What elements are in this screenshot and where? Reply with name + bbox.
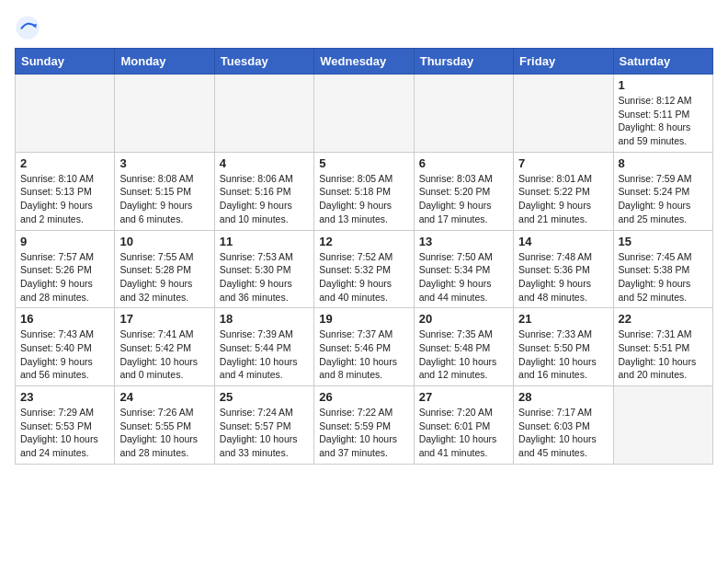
weekday-header-row: SundayMondayTuesdayWednesdayThursdayFrid… [16, 49, 713, 75]
day-info: Sunrise: 8:01 AM Sunset: 5:22 PM Dayligh… [518, 172, 608, 226]
day-number: 22 [619, 312, 708, 326]
calendar-cell: 13Sunrise: 7:50 AM Sunset: 5:34 PM Dayli… [414, 230, 513, 308]
day-number: 6 [419, 156, 508, 170]
day-number: 26 [319, 390, 408, 404]
day-info: Sunrise: 7:59 AM Sunset: 5:24 PM Dayligh… [619, 172, 708, 226]
calendar-cell: 4Sunrise: 8:06 AM Sunset: 5:16 PM Daylig… [214, 152, 313, 230]
day-info: Sunrise: 7:33 AM Sunset: 5:50 PM Dayligh… [518, 327, 608, 382]
day-number: 12 [319, 235, 408, 248]
day-number: 4 [220, 156, 309, 170]
day-info: Sunrise: 7:35 AM Sunset: 5:48 PM Dayligh… [419, 327, 508, 382]
calendar-cell: 22Sunrise: 7:31 AM Sunset: 5:51 PM Dayli… [613, 308, 712, 386]
day-number: 7 [518, 156, 608, 170]
calendar-cell: 16Sunrise: 7:43 AM Sunset: 5:40 PM Dayli… [16, 308, 115, 386]
day-number: 1 [619, 78, 708, 92]
calendar-cell: 14Sunrise: 7:48 AM Sunset: 5:36 PM Dayli… [514, 230, 613, 308]
day-info: Sunrise: 7:55 AM Sunset: 5:28 PM Dayligh… [119, 250, 209, 304]
calendar-cell: 21Sunrise: 7:33 AM Sunset: 5:50 PM Dayli… [514, 308, 613, 386]
day-number: 17 [119, 312, 209, 326]
day-number: 21 [518, 312, 608, 326]
day-info: Sunrise: 8:08 AM Sunset: 5:15 PM Dayligh… [119, 172, 209, 226]
calendar-cell [314, 75, 414, 153]
calendar-cell: 7Sunrise: 8:01 AM Sunset: 5:22 PM Daylig… [514, 152, 613, 230]
calendar-week-row: 23Sunrise: 7:29 AM Sunset: 5:53 PM Dayli… [16, 386, 713, 465]
day-number: 24 [119, 390, 209, 404]
day-info: Sunrise: 7:22 AM Sunset: 5:59 PM Dayligh… [319, 406, 408, 460]
calendar-cell: 6Sunrise: 8:03 AM Sunset: 5:20 PM Daylig… [414, 152, 513, 230]
day-info: Sunrise: 8:12 AM Sunset: 5:11 PM Dayligh… [619, 94, 708, 148]
calendar-cell: 12Sunrise: 7:52 AM Sunset: 5:32 PM Dayli… [314, 230, 414, 308]
weekday-header: Monday [115, 49, 214, 75]
day-number: 18 [220, 312, 309, 326]
calendar-cell: 23Sunrise: 7:29 AM Sunset: 5:53 PM Dayli… [16, 386, 115, 465]
calendar-cell: 17Sunrise: 7:41 AM Sunset: 5:42 PM Dayli… [115, 308, 214, 386]
calendar-cell: 1Sunrise: 8:12 AM Sunset: 5:11 PM Daylig… [613, 75, 712, 153]
day-info: Sunrise: 7:24 AM Sunset: 5:57 PM Dayligh… [220, 406, 309, 460]
day-info: Sunrise: 7:41 AM Sunset: 5:42 PM Dayligh… [119, 327, 209, 382]
day-number: 2 [20, 156, 109, 170]
day-number: 19 [319, 312, 408, 326]
calendar-cell: 24Sunrise: 7:26 AM Sunset: 5:55 PM Dayli… [115, 386, 214, 465]
calendar-week-row: 1Sunrise: 8:12 AM Sunset: 5:11 PM Daylig… [16, 75, 713, 153]
calendar-cell: 26Sunrise: 7:22 AM Sunset: 5:59 PM Dayli… [314, 386, 414, 465]
day-number: 11 [220, 235, 309, 248]
day-info: Sunrise: 7:50 AM Sunset: 5:34 PM Dayligh… [419, 250, 508, 304]
calendar-cell: 5Sunrise: 8:05 AM Sunset: 5:18 PM Daylig… [314, 152, 414, 230]
weekday-header: Sunday [16, 49, 115, 75]
calendar-cell: 19Sunrise: 7:37 AM Sunset: 5:46 PM Dayli… [314, 308, 414, 386]
calendar: SundayMondayTuesdayWednesdayThursdayFrid… [15, 48, 713, 465]
calendar-cell: 18Sunrise: 7:39 AM Sunset: 5:44 PM Dayli… [214, 308, 313, 386]
day-number: 14 [518, 235, 608, 248]
weekday-header: Tuesday [214, 49, 313, 75]
day-number: 15 [619, 235, 708, 248]
calendar-cell: 2Sunrise: 8:10 AM Sunset: 5:13 PM Daylig… [16, 152, 115, 230]
day-info: Sunrise: 7:48 AM Sunset: 5:36 PM Dayligh… [518, 250, 608, 304]
calendar-week-row: 16Sunrise: 7:43 AM Sunset: 5:40 PM Dayli… [16, 308, 713, 386]
calendar-cell: 27Sunrise: 7:20 AM Sunset: 6:01 PM Dayli… [414, 386, 513, 465]
calendar-cell [16, 75, 115, 153]
day-number: 10 [119, 235, 209, 248]
day-number: 5 [319, 156, 408, 170]
day-number: 3 [119, 156, 209, 170]
day-number: 9 [20, 235, 109, 248]
calendar-cell: 15Sunrise: 7:45 AM Sunset: 5:38 PM Dayli… [613, 230, 712, 308]
day-number: 27 [419, 390, 508, 404]
day-info: Sunrise: 8:10 AM Sunset: 5:13 PM Dayligh… [20, 172, 109, 226]
weekday-header: Friday [514, 49, 613, 75]
calendar-cell: 20Sunrise: 7:35 AM Sunset: 5:48 PM Dayli… [414, 308, 513, 386]
weekday-header: Wednesday [314, 49, 414, 75]
day-info: Sunrise: 8:05 AM Sunset: 5:18 PM Dayligh… [319, 172, 408, 226]
day-number: 8 [619, 156, 708, 170]
weekday-header: Thursday [414, 49, 513, 75]
calendar-cell: 8Sunrise: 7:59 AM Sunset: 5:24 PM Daylig… [613, 152, 712, 230]
day-info: Sunrise: 7:31 AM Sunset: 5:51 PM Dayligh… [619, 327, 708, 382]
day-info: Sunrise: 8:06 AM Sunset: 5:16 PM Dayligh… [220, 172, 309, 226]
calendar-cell: 3Sunrise: 8:08 AM Sunset: 5:15 PM Daylig… [115, 152, 214, 230]
day-info: Sunrise: 7:45 AM Sunset: 5:38 PM Dayligh… [619, 250, 708, 304]
day-number: 20 [419, 312, 508, 326]
day-info: Sunrise: 7:52 AM Sunset: 5:32 PM Dayligh… [319, 250, 408, 304]
calendar-cell [115, 75, 214, 153]
calendar-cell [414, 75, 513, 153]
day-info: Sunrise: 7:43 AM Sunset: 5:40 PM Dayligh… [20, 327, 109, 382]
day-info: Sunrise: 7:29 AM Sunset: 5:53 PM Dayligh… [20, 406, 109, 460]
calendar-cell: 11Sunrise: 7:53 AM Sunset: 5:30 PM Dayli… [214, 230, 313, 308]
page-header [15, 15, 713, 40]
calendar-cell: 28Sunrise: 7:17 AM Sunset: 6:03 PM Dayli… [514, 386, 613, 465]
logo-icon [15, 15, 40, 40]
day-number: 25 [220, 390, 309, 404]
day-info: Sunrise: 7:39 AM Sunset: 5:44 PM Dayligh… [220, 327, 309, 382]
calendar-cell [214, 75, 313, 153]
day-info: Sunrise: 7:17 AM Sunset: 6:03 PM Dayligh… [518, 406, 608, 460]
calendar-cell [613, 386, 712, 465]
day-info: Sunrise: 7:37 AM Sunset: 5:46 PM Dayligh… [319, 327, 408, 382]
day-number: 23 [20, 390, 109, 404]
day-info: Sunrise: 7:26 AM Sunset: 5:55 PM Dayligh… [119, 406, 209, 460]
weekday-header: Saturday [613, 49, 712, 75]
day-number: 16 [20, 312, 109, 326]
calendar-cell: 9Sunrise: 7:57 AM Sunset: 5:26 PM Daylig… [16, 230, 115, 308]
calendar-cell [514, 75, 613, 153]
logo [15, 15, 44, 40]
calendar-week-row: 9Sunrise: 7:57 AM Sunset: 5:26 PM Daylig… [16, 230, 713, 308]
day-info: Sunrise: 7:53 AM Sunset: 5:30 PM Dayligh… [220, 250, 309, 304]
